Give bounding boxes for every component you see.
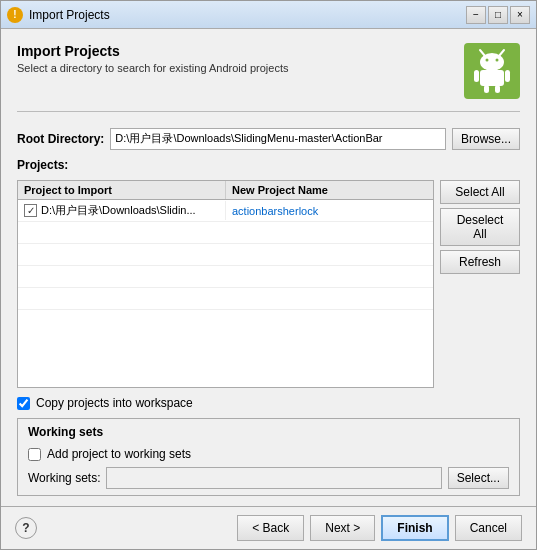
col-header-new-name: New Project Name — [226, 181, 433, 199]
svg-rect-5 — [480, 70, 504, 86]
cancel-button[interactable]: Cancel — [455, 515, 522, 541]
col-header-project: Project to Import — [18, 181, 226, 199]
svg-rect-7 — [505, 70, 510, 82]
header-separator — [17, 111, 520, 112]
back-button[interactable]: < Back — [237, 515, 304, 541]
row-checkbox[interactable] — [24, 204, 37, 217]
working-sets-selector-row: Working sets: Select... — [28, 467, 509, 489]
svg-rect-8 — [484, 85, 489, 93]
title-bar: ! Import Projects − □ × — [1, 1, 536, 29]
table-row-empty-1 — [18, 222, 433, 244]
window-icon: ! — [7, 7, 23, 23]
projects-table: Project to Import New Project Name D:\用户… — [17, 180, 434, 388]
svg-rect-6 — [474, 70, 479, 82]
header-area: Import Projects Select a directory to se… — [17, 43, 520, 99]
select-all-button[interactable]: Select All — [440, 180, 520, 204]
table-row[interactable]: D:\用户目录\Downloads\Slidin... actionbarshe… — [18, 200, 433, 222]
root-directory-row: Root Directory: D:\用户目录\Downloads\Slidin… — [17, 128, 520, 150]
working-sets-group: Working sets Add project to working sets… — [17, 418, 520, 496]
dialog-title: Import Projects — [17, 43, 288, 59]
minimize-button[interactable]: − — [466, 6, 486, 24]
projects-area: Project to Import New Project Name D:\用户… — [17, 180, 520, 388]
working-sets-label: Working sets: — [28, 471, 100, 485]
refresh-button[interactable]: Refresh — [440, 250, 520, 274]
add-to-working-sets-checkbox[interactable] — [28, 448, 41, 461]
projects-label: Projects: — [17, 158, 520, 172]
content-area: Import Projects Select a directory to se… — [1, 29, 536, 506]
maximize-button[interactable]: □ — [488, 6, 508, 24]
copy-projects-checkbox[interactable] — [17, 397, 30, 410]
root-directory-value[interactable]: D:\用户目录\Downloads\SlidingMenu-master\Act… — [110, 128, 446, 150]
add-to-working-sets-row: Add project to working sets — [28, 447, 509, 461]
copy-projects-row: Copy projects into workspace — [17, 396, 520, 410]
side-buttons: Select All Deselect All Refresh — [440, 180, 520, 388]
main-window: ! Import Projects − □ × Import Projects … — [0, 0, 537, 550]
deselect-all-button[interactable]: Deselect All — [440, 208, 520, 246]
copy-projects-label: Copy projects into workspace — [36, 396, 193, 410]
next-button[interactable]: Next > — [310, 515, 375, 541]
svg-point-4 — [496, 59, 499, 62]
header-text: Import Projects Select a directory to se… — [17, 43, 288, 74]
window-title: Import Projects — [29, 8, 466, 22]
svg-line-0 — [480, 50, 485, 56]
title-bar-controls: − □ × — [466, 6, 530, 24]
table-row-empty-4 — [18, 288, 433, 310]
android-icon — [467, 46, 517, 96]
working-sets-input[interactable] — [106, 467, 441, 489]
svg-line-1 — [499, 50, 504, 56]
table-cell-new-name: actionbarsherlock — [226, 203, 433, 219]
table-row-empty-2 — [18, 244, 433, 266]
footer-buttons: < Back Next > Finish Cancel — [237, 515, 522, 541]
table-cell-project: D:\用户目录\Downloads\Slidin... — [18, 201, 226, 220]
working-sets-select-button[interactable]: Select... — [448, 467, 509, 489]
android-logo — [464, 43, 520, 99]
browse-button[interactable]: Browse... — [452, 128, 520, 150]
table-body: D:\用户目录\Downloads\Slidin... actionbarshe… — [18, 200, 433, 387]
svg-point-2 — [480, 53, 504, 71]
root-directory-label: Root Directory: — [17, 132, 104, 146]
svg-point-3 — [486, 59, 489, 62]
help-button[interactable]: ? — [15, 517, 37, 539]
svg-rect-9 — [495, 85, 500, 93]
table-header: Project to Import New Project Name — [18, 181, 433, 200]
table-row-empty-3 — [18, 266, 433, 288]
add-to-working-sets-label: Add project to working sets — [47, 447, 191, 461]
dialog-subtitle: Select a directory to search for existin… — [17, 62, 288, 74]
close-button[interactable]: × — [510, 6, 530, 24]
working-sets-title: Working sets — [28, 425, 509, 439]
footer: ? < Back Next > Finish Cancel — [1, 506, 536, 549]
finish-button[interactable]: Finish — [381, 515, 448, 541]
